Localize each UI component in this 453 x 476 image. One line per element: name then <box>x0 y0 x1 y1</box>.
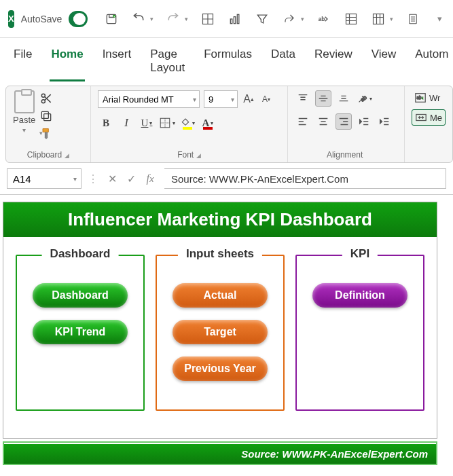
dropdown-icon[interactable]: ⋮ <box>86 171 101 186</box>
format-dropdown-icon[interactable]: ▾ <box>390 16 393 22</box>
panel-kpi: KPI Definition <box>295 255 424 411</box>
align-right-icon[interactable] <box>336 113 352 130</box>
increase-font-icon[interactable]: A▴ <box>242 92 255 107</box>
tab-formulas[interactable]: Formulas <box>202 43 253 81</box>
align-center-icon[interactable] <box>315 113 331 130</box>
btn-previous-year[interactable]: Previous Year <box>173 356 268 381</box>
table-icon[interactable] <box>344 12 359 26</box>
title-bar: X AutoSave On ▾ ▾ ▾ ab ▾ ▾ <box>0 0 453 38</box>
fx-icon[interactable]: fx <box>143 171 158 186</box>
align-left-icon[interactable] <box>295 113 311 130</box>
borders-icon[interactable] <box>200 12 215 26</box>
font-size-combo[interactable]: 9 <box>204 90 238 108</box>
svg-rect-3 <box>230 19 232 24</box>
merge-center-button[interactable]: Me <box>412 109 446 126</box>
underline-button[interactable]: U▾ <box>139 115 155 131</box>
excel-icon: X <box>8 10 14 28</box>
font-color-button[interactable]: A▾ <box>200 115 216 131</box>
tab-home[interactable]: Home <box>50 43 84 81</box>
svg-rect-8 <box>373 14 383 24</box>
decrease-font-icon[interactable]: A▾ <box>259 92 273 107</box>
ribbon: Paste ▾ ▾ Clipboard◢ Arial Rounded MT 9 … <box>5 86 453 163</box>
svg-text:ab: ab <box>359 94 368 103</box>
undo-dropdown-icon[interactable]: ▾ <box>150 16 153 22</box>
name-box[interactable]: A14 <box>7 168 81 189</box>
share-icon[interactable] <box>282 12 297 26</box>
btn-kpi-trend[interactable]: KPI Trend <box>33 320 128 344</box>
dashboard-footer-wrap: Source: WWW.PK-AnExcelExpert.Com <box>3 441 437 465</box>
tab-view[interactable]: View <box>370 43 398 81</box>
autosave-toggle[interactable]: On <box>69 11 87 27</box>
cut-icon[interactable] <box>39 92 53 104</box>
tab-review[interactable]: Review <box>313 43 354 81</box>
redo-dropdown-icon[interactable]: ▾ <box>185 16 188 22</box>
more-icon[interactable]: ▾ <box>433 12 448 26</box>
calc-icon[interactable] <box>405 12 420 26</box>
bold-button[interactable]: B <box>98 115 114 131</box>
share-dropdown-icon[interactable]: ▾ <box>301 16 304 22</box>
addins-icon[interactable]: ab <box>316 12 331 26</box>
svg-rect-12 <box>44 114 51 121</box>
formula-bar[interactable]: Source: WWW.PK-AnExcelExpert.Com <box>164 168 446 189</box>
undo-icon[interactable] <box>131 12 146 26</box>
svg-rect-4 <box>234 16 236 23</box>
align-top-icon[interactable] <box>295 90 311 107</box>
italic-button[interactable]: I <box>118 115 134 131</box>
copy-icon[interactable]: ▾ <box>39 109 53 122</box>
btn-dashboard[interactable]: Dashboard <box>33 283 128 308</box>
tab-insert[interactable]: Insert <box>101 43 133 81</box>
decrease-indent-icon[interactable] <box>356 113 372 130</box>
format-table-icon[interactable] <box>371 12 386 26</box>
panel-input-sheets: Input sheets Actual Target Previous Year <box>156 255 285 411</box>
dashboard-footer: Source: WWW.PK-AnExcelExpert.Com <box>4 443 436 464</box>
dashboard-title: Influencer Marketing KPI Dashboard <box>3 202 437 237</box>
group-clipboard: Paste ▾ ▾ Clipboard◢ <box>6 86 91 162</box>
orientation-icon[interactable]: ab▾ <box>356 90 372 107</box>
svg-point-10 <box>42 100 46 103</box>
svg-point-11 <box>42 94 46 97</box>
chart-icon[interactable] <box>228 12 242 26</box>
save-icon[interactable] <box>104 12 119 26</box>
font-name-combo[interactable]: Arial Rounded MT <box>98 90 200 108</box>
wrap-text-button[interactable]: ab Wr <box>412 90 446 105</box>
paste-button[interactable]: Paste ▾ <box>13 90 35 139</box>
clipboard-launcher-icon[interactable]: ◢ <box>65 152 69 159</box>
border-button[interactable]: ▾ <box>159 115 175 131</box>
svg-rect-7 <box>346 14 356 24</box>
tab-data[interactable]: Data <box>270 43 297 81</box>
ribbon-tabs: File Home Insert Page Layout Formulas Da… <box>0 38 453 81</box>
cancel-icon[interactable]: ✕ <box>105 171 120 186</box>
tab-automate[interactable]: Autom <box>414 43 450 81</box>
btn-actual[interactable]: Actual <box>173 283 268 308</box>
svg-text:ab: ab <box>318 16 325 22</box>
worksheet-area[interactable]: Influencer Marketing KPI Dashboard Dashb… <box>0 195 453 472</box>
align-middle-icon[interactable] <box>315 90 331 107</box>
filter-icon[interactable] <box>255 12 270 26</box>
group-wrap-merge: ab Wr Me <box>405 86 452 162</box>
format-painter-icon[interactable] <box>39 127 53 139</box>
btn-target[interactable]: Target <box>173 320 268 344</box>
fill-color-button[interactable]: ▾ <box>179 115 196 131</box>
autosave-label: AutoSave <box>21 14 62 24</box>
enter-icon[interactable]: ✓ <box>124 171 139 186</box>
group-font: Arial Rounded MT 9 A▴ A▾ B I U▾ ▾ ▾ A▾ F… <box>91 86 288 162</box>
redo-icon[interactable] <box>166 12 181 26</box>
paste-icon <box>14 90 35 113</box>
group-alignment: ab▾ Alignment <box>288 86 405 162</box>
svg-rect-13 <box>42 111 49 118</box>
formula-bar-row: A14 ⋮ ✕ ✓ fx Source: WWW.PK-AnExcelExper… <box>0 163 453 195</box>
quick-access-toolbar: ▾ ▾ ▾ ab ▾ ▾ <box>104 12 448 26</box>
svg-text:ab: ab <box>417 95 422 100</box>
svg-rect-5 <box>237 14 239 23</box>
tab-page-layout[interactable]: Page Layout <box>149 43 186 81</box>
font-launcher-icon[interactable]: ◢ <box>196 152 201 159</box>
increase-indent-icon[interactable] <box>376 113 393 130</box>
btn-definition[interactable]: Definition <box>312 283 407 308</box>
align-bottom-icon[interactable] <box>336 90 352 107</box>
tab-file[interactable]: File <box>12 43 33 81</box>
dashboard-container: Influencer Marketing KPI Dashboard Dashb… <box>3 202 437 439</box>
panel-dashboard: Dashboard Dashboard KPI Trend <box>16 255 145 411</box>
